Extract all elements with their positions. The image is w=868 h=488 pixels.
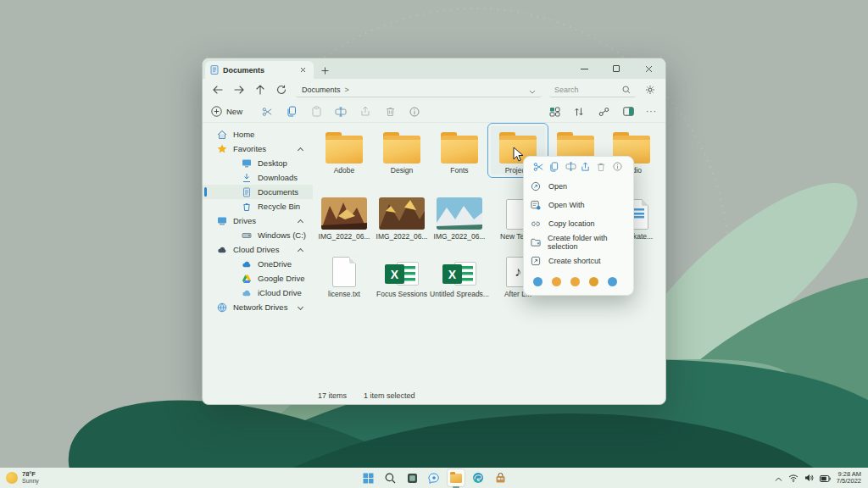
tag-color-orange-1[interactable]: [552, 277, 561, 286]
taskbar-apps: [359, 468, 509, 488]
forward-button[interactable]: [232, 83, 246, 97]
edge-icon: [472, 472, 484, 484]
tab-documents[interactable]: Documents: [205, 61, 314, 79]
mouse-cursor: [513, 147, 524, 163]
tag-color-blue-2[interactable]: [608, 277, 617, 286]
sidebar-item-network-drives[interactable]: Network Drives: [203, 300, 313, 314]
sidebar-label: Windows (C:): [258, 230, 306, 240]
file-item-focus-sessions[interactable]: X Focus Sessions: [375, 250, 429, 298]
new-button-label: New: [226, 107, 242, 116]
context-menu-item-copy-location[interactable]: Copy location: [524, 214, 633, 233]
sidebar-item-icloud-drive[interactable]: iCloud Drive: [203, 286, 313, 300]
copy-icon[interactable]: [549, 162, 560, 173]
sidebar-item-desktop[interactable]: Desktop: [203, 156, 313, 170]
sidebar-label: Recycle Bin: [258, 202, 300, 211]
tag-color-orange-3[interactable]: [589, 277, 598, 286]
collapse-chevron-icon[interactable]: [298, 219, 303, 225]
file-item-photo-1[interactable]: IMG_2022_06...: [317, 192, 371, 241]
new-tab-button[interactable]: [319, 64, 331, 76]
collapse-chevron-icon[interactable]: [298, 248, 303, 254]
share-icon[interactable]: [581, 162, 592, 173]
copy-button[interactable]: [285, 105, 298, 119]
sidebar-item-drives[interactable]: Drives: [203, 214, 313, 228]
start-button[interactable]: [359, 469, 376, 486]
context-menu-item-create-shortcut[interactable]: Create shortcut: [524, 252, 633, 270]
wifi-icon[interactable]: [788, 470, 798, 485]
back-button[interactable]: [211, 83, 225, 97]
paste-button[interactable]: [309, 105, 323, 119]
preview-pane-button[interactable]: [621, 105, 635, 119]
file-label: Focus Sessions: [376, 290, 427, 298]
document-icon: [210, 65, 219, 75]
sidebar-item-onedrive[interactable]: OneDrive: [203, 257, 313, 271]
file-label: Adobe: [334, 166, 355, 175]
file-explorer-button[interactable]: [448, 469, 465, 486]
refresh-button[interactable]: [275, 83, 288, 97]
sidebar-item-favorites[interactable]: Favorites: [203, 141, 313, 156]
delete-icon[interactable]: [597, 162, 608, 173]
store-button[interactable]: [492, 469, 509, 486]
file-item-adobe[interactable]: Adobe: [317, 126, 371, 175]
clock[interactable]: 9:28 AM 7/5/2022: [837, 471, 861, 485]
star-icon: [217, 144, 227, 154]
chat-button[interactable]: [426, 469, 442, 486]
sort-button[interactable]: [572, 105, 586, 119]
layout-button[interactable]: [548, 105, 561, 119]
collapse-chevron-icon[interactable]: [298, 147, 303, 153]
new-button[interactable]: New: [211, 106, 242, 117]
file-item-fonts[interactable]: Fonts: [432, 126, 487, 175]
cut-icon[interactable]: [533, 162, 544, 173]
tag-color-blue-1[interactable]: [533, 277, 542, 286]
cut-button[interactable]: [260, 105, 274, 119]
rename-button[interactable]: [334, 105, 348, 119]
file-item-design[interactable]: Design: [375, 126, 429, 175]
info-icon[interactable]: [613, 162, 624, 173]
search-taskbar-button[interactable]: [381, 469, 398, 486]
tray-chevron-up-icon[interactable]: [775, 470, 782, 485]
system-tray: 9:28 AM 7/5/2022: [775, 470, 868, 485]
sidebar-item-cloud-drives[interactable]: Cloud Drives: [203, 242, 313, 257]
sidebar-item-windows-c[interactable]: Windows (C:): [203, 228, 313, 242]
minimize-button[interactable]: [576, 62, 593, 75]
close-button[interactable]: [640, 62, 657, 75]
more-options-button[interactable]: ···: [646, 107, 657, 116]
file-item-photo-3[interactable]: IMG_2022_06...: [432, 192, 487, 241]
file-item-untitled-spreadsheet[interactable]: X Untitled Spreads...: [432, 250, 487, 298]
share-button[interactable]: [359, 105, 372, 119]
breadcrumb[interactable]: Documents >: [296, 82, 542, 97]
battery-icon[interactable]: [820, 470, 831, 485]
sidebar-item-home[interactable]: Home: [203, 127, 313, 141]
sidebar-item-documents[interactable]: Documents: [203, 185, 313, 199]
sidebar-item-google-drive[interactable]: Google Drive: [203, 271, 313, 286]
breadcrumb-item-documents[interactable]: Documents: [302, 86, 341, 94]
context-menu-label: Open With: [548, 201, 585, 209]
group-button[interactable]: [597, 105, 610, 119]
edge-browser-button[interactable]: [470, 469, 487, 486]
context-menu-item-open[interactable]: Open: [524, 177, 633, 196]
file-item-photo-2[interactable]: IMG_2022_06...: [375, 192, 429, 241]
file-item-license[interactable]: license.txt: [317, 250, 371, 298]
sidebar-item-downloads[interactable]: Downloads: [203, 170, 313, 185]
task-view-button[interactable]: [403, 469, 420, 486]
search-input[interactable]: Search: [549, 82, 636, 97]
info-button[interactable]: [408, 105, 421, 119]
sidebar-label: Favorites: [233, 144, 266, 153]
expand-chevron-icon[interactable]: [298, 304, 303, 310]
taskbar: 78°F Sunny 9:28 AM 7/: [0, 468, 868, 488]
weather-widget[interactable]: 78°F Sunny: [0, 471, 39, 485]
maximize-button[interactable]: [608, 62, 625, 75]
tag-color-orange-2[interactable]: [570, 277, 580, 286]
context-menu-item-open-with[interactable]: Open With: [524, 196, 633, 214]
recycle-bin-icon: [242, 202, 252, 212]
settings-gear-icon[interactable]: [643, 83, 657, 97]
onedrive-icon: [242, 259, 252, 269]
context-menu-label: Open: [548, 182, 567, 191]
tab-close-icon[interactable]: [297, 64, 309, 76]
rename-icon[interactable]: [565, 162, 576, 173]
volume-icon[interactable]: [804, 470, 814, 485]
sidebar-item-recycle-bin[interactable]: Recycle Bin: [203, 199, 313, 214]
context-menu-item-create-folder-with-selection[interactable]: Create folder with selection: [524, 233, 633, 252]
delete-button[interactable]: [383, 105, 397, 119]
up-button[interactable]: [253, 83, 267, 97]
chevron-down-icon[interactable]: [529, 82, 536, 97]
